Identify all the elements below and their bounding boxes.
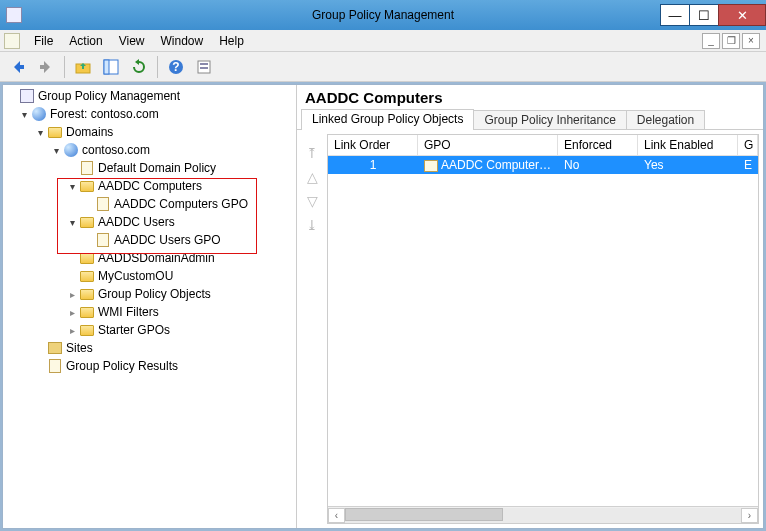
close-button[interactable]: ✕ [718, 4, 766, 26]
tree-group-policy-results[interactable]: Group Policy Results [3, 357, 296, 375]
scroll-thumb[interactable] [345, 508, 503, 521]
menu-action[interactable]: Action [61, 32, 110, 50]
tree-default-domain-policy[interactable]: Default Domain Policy [3, 159, 296, 177]
mmc-icon [20, 89, 34, 103]
tab-content: ⤒ △ ▽ ⤓ Link Order GPO Enforced Link Ena… [297, 130, 763, 528]
tree-aaddc-users-gpo[interactable]: AADDC Users GPO [3, 231, 296, 249]
tree-group-policy-objects[interactable]: Group Policy Objects [3, 285, 296, 303]
tree-domain-contoso[interactable]: contoso.com [3, 141, 296, 159]
tree-aadds-domain-admin[interactable]: AADDSDomainAdmin [3, 249, 296, 267]
minimize-button[interactable]: — [660, 4, 690, 26]
col-link-enabled[interactable]: Link Enabled [638, 135, 738, 155]
tree-root-label: Group Policy Management [38, 89, 180, 103]
cell-enforced: No [558, 156, 638, 174]
svg-text:?: ? [172, 60, 179, 74]
show-hide-tree-button[interactable] [99, 55, 123, 79]
grid-row-selected[interactable]: 1 AADDC Computers ... No Yes E [328, 156, 758, 174]
results-icon [49, 359, 61, 373]
svg-rect-7 [200, 67, 208, 69]
tree-root[interactable]: Group Policy Management [3, 87, 296, 105]
folder-icon [80, 307, 94, 318]
horizontal-scrollbar[interactable]: ‹ › [328, 506, 758, 523]
move-down-button[interactable]: ▽ [303, 192, 321, 210]
tree-wmi-filters[interactable]: WMI Filters [3, 303, 296, 321]
tree-my-custom-ou[interactable]: MyCustomOU [3, 267, 296, 285]
scroll-right-button[interactable]: › [741, 508, 758, 523]
tree-domains-label: Domains [66, 125, 113, 139]
ou-icon [80, 181, 94, 192]
mdi-restore-button[interactable]: ❐ [722, 33, 740, 49]
help-button[interactable]: ? [164, 55, 188, 79]
cell-link-order: 1 [328, 156, 418, 174]
ou-icon [80, 217, 94, 228]
window-title: Group Policy Management [0, 8, 766, 22]
tree-aaddc-computers-gpo[interactable]: AADDC Computers GPO [3, 195, 296, 213]
tree-sites[interactable]: Sites [3, 339, 296, 357]
app-icon [6, 7, 22, 23]
cell-link-enabled: Yes [638, 156, 738, 174]
tree-aaddc-users-label: AADDC Users [98, 215, 175, 229]
forward-button[interactable] [34, 55, 58, 79]
mdi-minimize-button[interactable]: _ [702, 33, 720, 49]
gpo-link-icon [97, 197, 109, 211]
move-up-button[interactable]: △ [303, 168, 321, 186]
tree-forest-label: Forest: contoso.com [50, 107, 159, 121]
gpo-link-icon [424, 160, 438, 172]
menu-view[interactable]: View [111, 32, 153, 50]
tree-sites-label: Sites [66, 341, 93, 355]
toolbar: ? [0, 52, 766, 82]
menu-window[interactable]: Window [153, 32, 212, 50]
title-bar: Group Policy Management — ☐ ✕ [0, 0, 766, 30]
folder-icon [80, 325, 94, 336]
tree-aaddc-computers-gpo-label: AADDC Computers GPO [114, 197, 248, 211]
cell-gpo-text: AADDC Computers ... [441, 158, 558, 172]
maximize-button[interactable]: ☐ [689, 4, 719, 26]
detail-tabstrip: Linked Group Policy Objects Group Policy… [297, 108, 763, 130]
menu-help[interactable]: Help [211, 32, 252, 50]
scroll-track[interactable] [345, 508, 741, 523]
ou-icon [80, 271, 94, 282]
back-button[interactable] [6, 55, 30, 79]
forest-icon [32, 107, 46, 121]
scroll-left-button[interactable]: ‹ [328, 508, 345, 523]
gpo-link-icon [97, 233, 109, 247]
gpo-link-icon [81, 161, 93, 175]
menu-bar: File Action View Window Help _ ❐ × [0, 30, 766, 52]
col-gpo-status[interactable]: G [738, 135, 758, 155]
menu-file[interactable]: File [26, 32, 61, 50]
grid-header: Link Order GPO Enforced Link Enabled G [328, 135, 758, 156]
mdi-close-button[interactable]: × [742, 33, 760, 49]
domains-icon [48, 127, 62, 138]
domain-icon [64, 143, 78, 157]
col-gpo[interactable]: GPO [418, 135, 558, 155]
move-top-button[interactable]: ⤒ [303, 144, 321, 162]
options-button[interactable] [192, 55, 216, 79]
tree-aaddc-users[interactable]: AADDC Users [3, 213, 296, 231]
cell-gpo-status: E [738, 156, 758, 174]
tab-delegation[interactable]: Delegation [626, 110, 705, 129]
linked-gpo-grid: Link Order GPO Enforced Link Enabled G 1… [327, 134, 759, 524]
tree-customou-label: MyCustomOU [98, 269, 173, 283]
refresh-button[interactable] [127, 55, 151, 79]
tab-linked-gpos[interactable]: Linked Group Policy Objects [301, 109, 474, 130]
tree-default-policy-label: Default Domain Policy [98, 161, 216, 175]
tree-starter-gpos[interactable]: Starter GPOs [3, 321, 296, 339]
grid-body[interactable]: 1 AADDC Computers ... No Yes E [328, 156, 758, 506]
svg-rect-6 [200, 63, 208, 65]
move-bottom-button[interactable]: ⤓ [303, 216, 321, 234]
console-tree[interactable]: Group Policy Management Forest: contoso.… [3, 85, 297, 528]
col-link-order[interactable]: Link Order [328, 135, 418, 155]
tab-inheritance[interactable]: Group Policy Inheritance [473, 110, 626, 129]
ou-icon [80, 253, 94, 264]
tree-wmi-label: WMI Filters [98, 305, 159, 319]
col-enforced[interactable]: Enforced [558, 135, 638, 155]
tree-domain-label: contoso.com [82, 143, 150, 157]
tree-aaddc-computers[interactable]: AADDC Computers [3, 177, 296, 195]
tree-aaddc-computers-label: AADDC Computers [98, 179, 202, 193]
up-folder-button[interactable] [71, 55, 95, 79]
svg-rect-2 [104, 60, 109, 74]
tree-forest[interactable]: Forest: contoso.com [3, 105, 296, 123]
detail-heading: AADDC Computers [297, 85, 763, 108]
tree-domains[interactable]: Domains [3, 123, 296, 141]
link-order-controls: ⤒ △ ▽ ⤓ [301, 134, 323, 524]
